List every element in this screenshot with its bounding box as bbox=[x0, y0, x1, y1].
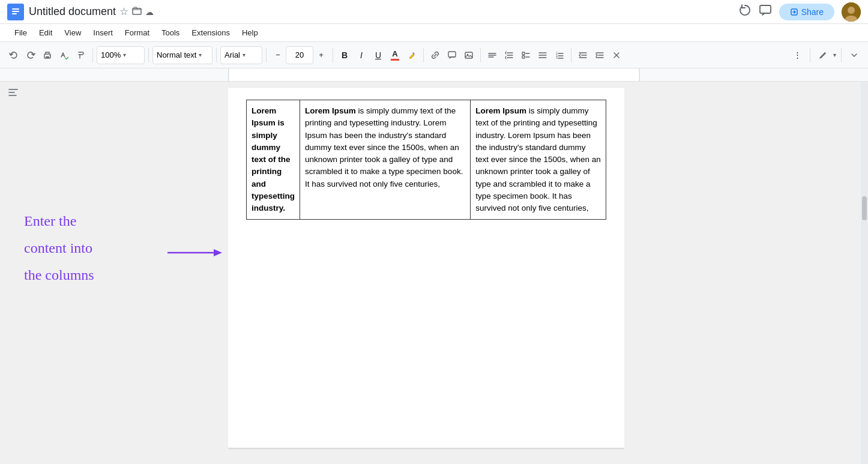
svg-point-8 bbox=[848, 7, 855, 14]
divider-6 bbox=[423, 48, 424, 62]
print-button[interactable] bbox=[40, 46, 55, 64]
decrease-indent-button[interactable] bbox=[575, 46, 591, 64]
star-icon[interactable]: ☆ bbox=[119, 5, 128, 18]
spellcheck-button[interactable] bbox=[56, 46, 72, 64]
list-button[interactable] bbox=[535, 46, 550, 64]
content-table: Lorem Ipsum is simply dummy text of the … bbox=[246, 100, 606, 220]
col1-cell[interactable]: Lorem Ipsum is simply dummy text of the … bbox=[247, 100, 300, 220]
scrollbar-thumb[interactable] bbox=[862, 196, 867, 220]
outline-icon[interactable] bbox=[7, 86, 19, 101]
zoom-chevron: ▾ bbox=[123, 52, 126, 58]
menu-file[interactable]: File bbox=[10, 27, 32, 38]
collapse-toolbar-button[interactable] bbox=[846, 46, 862, 64]
divider-9 bbox=[810, 48, 810, 62]
title-bar: Untitled document ☆ ☁ Share bbox=[0, 0, 868, 24]
style-chevron: ▾ bbox=[199, 52, 202, 58]
underline-button[interactable]: U bbox=[370, 46, 386, 64]
menu-extensions[interactable]: Extensions bbox=[187, 27, 235, 38]
style-select[interactable]: Normal text ▾ bbox=[152, 46, 212, 64]
increase-indent-button[interactable] bbox=[592, 46, 607, 64]
italic-button[interactable]: I bbox=[354, 46, 369, 64]
avatar[interactable] bbox=[842, 2, 861, 22]
decrease-font-size[interactable]: − bbox=[270, 46, 286, 64]
undo-button[interactable] bbox=[6, 46, 22, 64]
doc-page: Lorem Ipsum is simply dummy text of the … bbox=[228, 88, 624, 448]
ruler-inner bbox=[228, 68, 640, 81]
menu-help[interactable]: Help bbox=[237, 27, 263, 38]
line-spacing-button[interactable] bbox=[501, 46, 517, 64]
pen-tool-button[interactable] bbox=[815, 46, 831, 64]
pen-chevron[interactable]: ▾ bbox=[833, 52, 836, 58]
svg-text:the columns: the columns bbox=[24, 267, 94, 283]
svg-text:3: 3 bbox=[556, 56, 558, 59]
main-content: Enter the content into the columns Lorem… bbox=[0, 82, 868, 464]
increase-font-size[interactable]: + bbox=[313, 46, 329, 64]
left-panel: Enter the content into the columns bbox=[0, 82, 228, 464]
menu-format[interactable]: Format bbox=[120, 27, 154, 38]
svg-text:Enter the: Enter the bbox=[24, 213, 76, 229]
folder-icon[interactable] bbox=[132, 6, 142, 17]
font-size-input[interactable]: 20 bbox=[286, 46, 313, 64]
svg-rect-13 bbox=[448, 52, 456, 57]
menu-view[interactable]: View bbox=[59, 27, 86, 38]
doc-area: Lorem Ipsum is simply dummy text of the … bbox=[228, 82, 624, 464]
svg-point-12 bbox=[49, 55, 50, 56]
align-button[interactable] bbox=[484, 46, 500, 64]
highlight-color-button[interactable] bbox=[404, 46, 420, 64]
divider-1 bbox=[92, 48, 93, 62]
share-button[interactable]: Share bbox=[779, 4, 834, 20]
history-icon[interactable] bbox=[738, 4, 752, 20]
svg-rect-5 bbox=[760, 5, 771, 13]
menu-tools[interactable]: Tools bbox=[157, 27, 184, 38]
right-panel bbox=[624, 82, 868, 464]
svg-rect-2 bbox=[12, 11, 19, 12]
svg-rect-3 bbox=[12, 13, 17, 14]
annotation: Enter the content into the columns bbox=[18, 202, 204, 336]
redo-button[interactable] bbox=[23, 46, 38, 64]
comment-insert-button[interactable] bbox=[444, 46, 460, 64]
cloud-icon: ☁ bbox=[145, 7, 154, 17]
title-right: Share bbox=[738, 2, 861, 22]
font-chevron: ▾ bbox=[243, 52, 246, 58]
svg-marker-50 bbox=[214, 249, 222, 256]
checklist-button[interactable] bbox=[518, 46, 534, 64]
menu-edit[interactable]: Edit bbox=[34, 27, 57, 38]
divider-4 bbox=[266, 48, 267, 62]
toolbar: 100% ▾ Normal text ▾ Arial ▾ − 20 + B I … bbox=[0, 42, 868, 68]
divider-2 bbox=[148, 48, 149, 62]
divider-8 bbox=[571, 48, 571, 62]
svg-rect-24 bbox=[522, 56, 525, 58]
divider-7 bbox=[480, 48, 481, 62]
zoom-select[interactable]: 100% ▾ bbox=[97, 46, 145, 64]
svg-text:content into: content into bbox=[24, 240, 92, 256]
menu-insert[interactable]: Insert bbox=[88, 27, 118, 38]
app-icon bbox=[7, 4, 24, 20]
divider-3 bbox=[216, 48, 217, 62]
toolbar-right: ⋮ ▾ bbox=[789, 46, 862, 64]
svg-rect-22 bbox=[522, 52, 525, 55]
doc-title[interactable]: Untitled document bbox=[29, 5, 116, 18]
image-button[interactable] bbox=[461, 46, 477, 64]
col2-cell[interactable]: Lorem Ipsum is simply dummy text of the … bbox=[300, 100, 471, 220]
scrollbar[interactable] bbox=[861, 82, 868, 464]
menu-bar: File Edit View Insert Format Tools Exten… bbox=[0, 24, 868, 42]
font-select[interactable]: Arial ▾ bbox=[220, 46, 262, 64]
col3-cell[interactable]: Lorem Ipsum is simply dummy text of the … bbox=[471, 100, 606, 220]
clear-formatting-button[interactable] bbox=[609, 46, 624, 64]
divider-10 bbox=[841, 48, 842, 62]
title-center: Untitled document ☆ ☁ bbox=[29, 5, 734, 18]
bold-button[interactable]: B bbox=[337, 46, 352, 64]
numbered-list-button[interactable]: 123 bbox=[552, 46, 567, 64]
svg-rect-1 bbox=[12, 8, 19, 10]
table-row: Lorem Ipsum is simply dummy text of the … bbox=[247, 100, 606, 220]
link-button[interactable] bbox=[427, 46, 443, 64]
divider-5 bbox=[333, 48, 333, 62]
comment-icon[interactable] bbox=[759, 4, 772, 20]
text-color-button[interactable]: A bbox=[387, 46, 403, 64]
ruler bbox=[0, 68, 868, 82]
font-size-controls: − 20 + bbox=[270, 46, 329, 64]
paint-format-button[interactable] bbox=[73, 46, 89, 64]
svg-rect-14 bbox=[465, 52, 472, 58]
svg-rect-11 bbox=[46, 56, 49, 58]
more-options-button[interactable]: ⋮ bbox=[789, 46, 805, 64]
